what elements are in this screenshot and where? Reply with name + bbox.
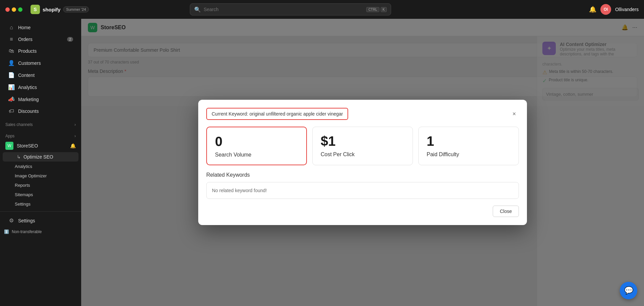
products-icon: 🛍 (8, 48, 15, 54)
non-transferable[interactable]: ℹ️ Non-transferable (0, 227, 81, 237)
maximize-window-button[interactable] (18, 7, 22, 12)
close-window-button[interactable] (5, 7, 10, 12)
customers-icon: 👤 (8, 60, 15, 66)
chat-icon: 💬 (624, 286, 633, 295)
paid-difficulty-value: 1 (427, 134, 511, 149)
apps-chevron-icon: › (74, 134, 76, 138)
summer-badge: Summer '24 (63, 6, 89, 12)
cost-per-click-card: $1 Cost Per Click (312, 127, 413, 165)
settings-icon: ⚙ (8, 217, 15, 224)
info-icon: ℹ️ (4, 229, 9, 234)
content-icon: 📄 (8, 72, 15, 78)
sidebar-item-analytics[interactable]: 📊 Analytics (3, 81, 78, 93)
sub-item-sitemaps[interactable]: Sitemaps (3, 190, 78, 199)
sidebar-item-products-label: Products (18, 48, 37, 54)
sidebar: ⌂ Home ≡ Orders 2 🛍 Products 👤 Customers… (0, 19, 81, 306)
optimize-seo-indicator: ↳ (17, 154, 21, 160)
traffic-lights (5, 7, 22, 12)
paid-difficulty-card: 1 Paid Difficulty (418, 127, 519, 165)
settings-label: Settings (18, 218, 35, 223)
sales-channels-section[interactable]: Sales channels › (0, 120, 81, 128)
avatar[interactable]: Ol (600, 4, 611, 15)
storeseo-sub-menu: Analytics Image Optimizer Reports Sitema… (0, 162, 81, 209)
cost-per-click-value: $1 (321, 134, 405, 149)
sidebar-item-home-label: Home (18, 25, 31, 30)
sidebar-item-products[interactable]: 🛍 Products (3, 45, 78, 57)
storeseo-nav-item[interactable]: W StoreSEO 🔔 (0, 140, 81, 152)
modal-close-button[interactable]: × (509, 109, 519, 119)
search-input[interactable] (204, 7, 364, 12)
top-right: 🔔 Ol Ollivanders (589, 4, 639, 15)
search-volume-card: 0 Search Volume (206, 127, 307, 165)
storeseo-icon: W (5, 142, 13, 150)
sidebar-item-customers-label: Customers (18, 60, 41, 66)
shopify-name: shopify (43, 7, 60, 12)
analytics-icon: 📊 (8, 84, 15, 90)
sidebar-item-discounts[interactable]: 🏷 Discounts (3, 105, 78, 117)
related-keywords-box: No related keyword found! (206, 182, 519, 199)
search-volume-value: 0 (215, 134, 298, 149)
search-volume-label: Search Volume (215, 152, 298, 158)
related-keywords-heading: Related Keywords (206, 172, 519, 178)
modal-footer: Close (206, 206, 519, 217)
optimize-seo-label: Optimize SEO (23, 154, 53, 160)
non-transferable-label: Non-transferable (12, 229, 42, 234)
content-area: W StoreSEO 🔔 ··· Premium Comfortable Sum… (81, 19, 644, 306)
shopify-icon: S (31, 5, 40, 14)
storeseo-bell-icon[interactable]: 🔔 (70, 143, 76, 148)
sidebar-item-customers[interactable]: 👤 Customers (3, 57, 78, 69)
sidebar-bottom-section: ⚙ Settings ℹ️ Non-transferable (0, 211, 81, 237)
sidebar-item-content-label: Content (18, 73, 35, 78)
optimize-seo-nav-item[interactable]: ↳ Optimize SEO (3, 152, 78, 162)
apps-section[interactable]: Apps › (0, 131, 81, 140)
search-icon: 🔍 (194, 6, 201, 13)
minimize-window-button[interactable] (12, 7, 16, 12)
discounts-icon: 🏷 (8, 108, 15, 114)
sidebar-item-marketing[interactable]: 📣 Marketing (3, 93, 78, 105)
user-name: Ollivanders (615, 7, 639, 12)
sub-item-image-optimizer[interactable]: Image Optimizer (3, 171, 78, 180)
storeseo-label: StoreSEO (17, 143, 38, 148)
sidebar-item-discounts-label: Discounts (18, 108, 39, 114)
orders-badge: 2 (67, 37, 73, 42)
search-bar[interactable]: 🔍 CTRL K (190, 3, 391, 15)
sub-item-reports[interactable]: Reports (3, 181, 78, 190)
top-bar: S shopify Summer '24 🔍 CTRL K 🔔 Ol Olliv… (0, 0, 644, 19)
modal-overlay: Current Keyword: original unfiltered org… (81, 19, 644, 306)
search-shortcut: CTRL K (366, 7, 387, 12)
main-layout: ⌂ Home ≡ Orders 2 🛍 Products 👤 Customers… (0, 19, 644, 306)
sidebar-item-home[interactable]: ⌂ Home (3, 22, 78, 33)
sub-item-analytics[interactable]: Analytics (3, 162, 78, 171)
sidebar-item-content[interactable]: 📄 Content (3, 69, 78, 81)
shopify-logo: S shopify Summer '24 (31, 5, 89, 14)
sub-item-settings[interactable]: Settings (3, 200, 78, 209)
metric-cards: 0 Search Volume $1 Cost Per Click 1 Paid… (206, 127, 519, 165)
marketing-icon: 📣 (8, 96, 15, 102)
chat-button[interactable]: 💬 (620, 282, 637, 299)
keyword-modal: Current Keyword: original unfiltered org… (198, 100, 527, 225)
home-icon: ⌂ (8, 25, 15, 31)
sidebar-item-orders[interactable]: ≡ Orders 2 (3, 34, 78, 45)
sidebar-item-marketing-label: Marketing (18, 97, 39, 102)
orders-icon: ≡ (8, 36, 15, 42)
sidebar-item-orders-label: Orders (18, 37, 33, 42)
sidebar-item-settings[interactable]: ⚙ Settings (3, 215, 78, 226)
cost-per-click-label: Cost Per Click (321, 151, 405, 158)
notification-bell-icon[interactable]: 🔔 (589, 6, 596, 13)
close-modal-button[interactable]: Close (493, 206, 519, 217)
paid-difficulty-label: Paid Difficulty (427, 151, 511, 158)
current-keyword-label: Current Keyword: original unfiltered org… (206, 108, 348, 120)
sidebar-item-analytics-label: Analytics (18, 85, 37, 90)
chevron-right-icon: › (74, 122, 76, 127)
modal-header: Current Keyword: original unfiltered org… (206, 108, 519, 120)
